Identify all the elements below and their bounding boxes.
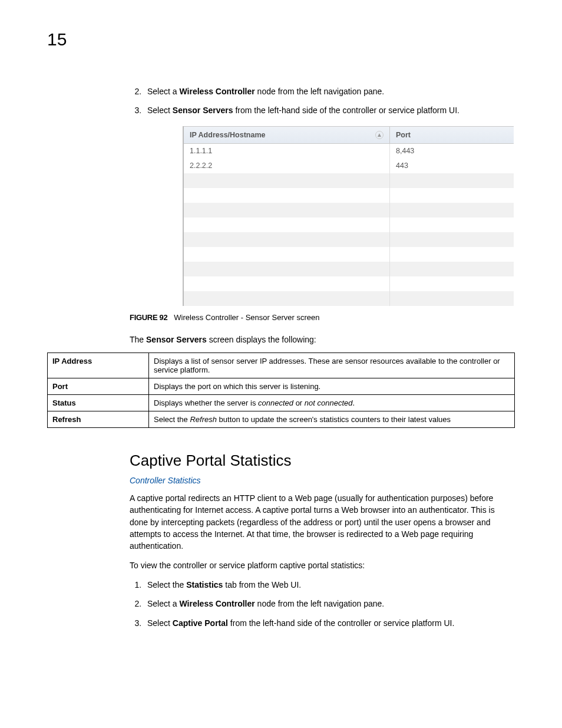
step-text: node from the left navigation pane. xyxy=(255,87,384,96)
step-bold: Wireless Controller xyxy=(179,87,254,96)
table-row[interactable] xyxy=(184,203,514,218)
column-header-ip[interactable]: IP Address/Hostname ▲ xyxy=(184,127,390,143)
cell-ip xyxy=(184,291,390,306)
cell-ip xyxy=(184,218,390,232)
page-number: 15 xyxy=(47,29,515,50)
cell-ip xyxy=(184,276,390,291)
definition-term: IP Address xyxy=(48,353,149,378)
cell-ip: 2.2.2.2 xyxy=(184,159,390,173)
step-item: Select a Wireless Controller node from t… xyxy=(144,85,515,98)
step-text: node from the left navigation pane. xyxy=(255,599,384,608)
table-row[interactable] xyxy=(184,276,514,291)
definition-row: Refresh Select the Refresh button to upd… xyxy=(48,411,515,428)
sensor-servers-table: IP Address/Hostname ▲ Port 1.1.1.18,443 … xyxy=(183,126,514,306)
step-bold: Sensor Servers xyxy=(173,106,233,115)
step-text: Select a xyxy=(147,87,179,96)
cell-ip xyxy=(184,188,390,203)
table-row[interactable] xyxy=(184,173,514,188)
definition-desc: Displays whether the server is connected… xyxy=(149,395,515,411)
figure-label: FIGURE 92 xyxy=(130,313,167,322)
table-row[interactable] xyxy=(184,262,514,276)
column-header-label: Port xyxy=(396,131,411,139)
cell-port: 8,443 xyxy=(390,147,514,155)
table-row[interactable]: 1.1.1.18,443 xyxy=(184,144,514,159)
step-text: Select a xyxy=(147,599,179,608)
step-item: Select the Statistics tab from the Web U… xyxy=(144,578,515,591)
step-item: Select Sensor Servers from the left-hand… xyxy=(144,104,515,117)
sort-asc-icon[interactable]: ▲ xyxy=(375,131,384,139)
step-item: Select Captive Portal from the left-hand… xyxy=(144,617,515,630)
definition-term: Refresh xyxy=(48,411,149,428)
controller-statistics-link[interactable]: Controller Statistics xyxy=(130,476,515,485)
cell-ip: 1.1.1.1 xyxy=(184,144,390,159)
definitions-table: IP Address Displays a list of sensor ser… xyxy=(47,353,515,428)
text-bold: Sensor Servers xyxy=(146,335,207,344)
section-paragraph: To view the controller or service platfo… xyxy=(130,559,515,571)
figure-caption-text: Wireless Controller - Sensor Server scre… xyxy=(174,313,319,322)
table-row[interactable] xyxy=(184,247,514,262)
table-row[interactable]: 2.2.2.2443 xyxy=(184,159,514,173)
cell-port: 443 xyxy=(390,162,514,170)
definition-row: Port Displays the port on which this ser… xyxy=(48,378,515,395)
steps-top: Select a Wireless Controller node from t… xyxy=(130,85,515,117)
figure-screenshot: IP Address/Hostname ▲ Port 1.1.1.18,443 … xyxy=(183,126,515,306)
step-text: tab from the Web UI. xyxy=(223,580,301,589)
cell-ip xyxy=(184,247,390,262)
table-row[interactable] xyxy=(184,291,514,306)
steps-bottom: Select the Statistics tab from the Web U… xyxy=(130,578,515,630)
table-row[interactable] xyxy=(184,218,514,232)
step-bold: Statistics xyxy=(186,580,223,589)
column-header-label: IP Address/Hostname xyxy=(190,131,266,139)
step-bold: Captive Portal xyxy=(173,618,228,628)
table-row[interactable] xyxy=(184,188,514,203)
definition-term: Port xyxy=(48,378,149,395)
intro-paragraph: The Sensor Servers screen displays the f… xyxy=(130,334,515,345)
table-header-row: IP Address/Hostname ▲ Port xyxy=(184,126,514,144)
step-text: Select xyxy=(147,618,173,628)
step-text: Select the xyxy=(147,580,186,589)
definition-desc: Displays a list of sensor server IP addr… xyxy=(149,353,515,378)
step-text: from the left-hand side of the controlle… xyxy=(228,618,454,628)
text: screen displays the following: xyxy=(207,335,316,344)
definition-row: Status Displays whether the server is co… xyxy=(48,395,515,411)
step-text: Select xyxy=(147,106,173,115)
cell-ip xyxy=(184,173,390,188)
step-item: Select a Wireless Controller node from t… xyxy=(144,597,515,610)
figure-caption: FIGURE 92 Wireless Controller - Sensor S… xyxy=(130,313,515,322)
step-bold: Wireless Controller xyxy=(179,599,254,608)
step-text: from the left-hand side of the controlle… xyxy=(233,106,459,115)
cell-ip xyxy=(184,203,390,218)
table-row[interactable] xyxy=(184,232,514,247)
column-header-port[interactable]: Port xyxy=(390,127,514,143)
cell-ip xyxy=(184,262,390,276)
definition-row: IP Address Displays a list of sensor ser… xyxy=(48,353,515,378)
cell-ip xyxy=(184,232,390,247)
definition-desc: Select the Refresh button to update the … xyxy=(149,411,515,428)
section-heading: Captive Portal Statistics xyxy=(130,452,515,470)
section-paragraph: A captive portal redirects an HTTP clien… xyxy=(130,492,515,552)
definition-desc: Displays the port on which this server i… xyxy=(149,378,515,395)
text: The xyxy=(130,335,146,344)
definition-term: Status xyxy=(48,395,149,411)
